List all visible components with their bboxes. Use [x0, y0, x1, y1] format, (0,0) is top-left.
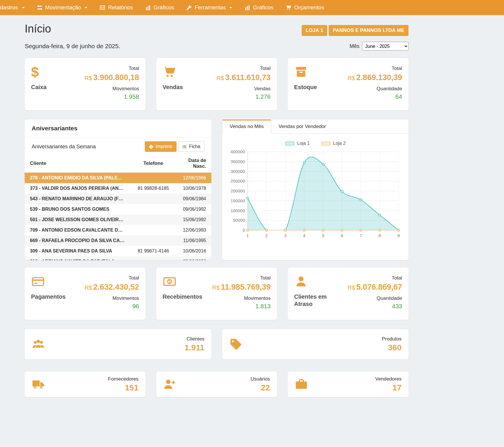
currency-symbol: R$ [217, 75, 224, 81]
main-content: Início LOJA 1 PANNOS E PANNOS LTDA ME Se… [25, 23, 408, 397]
cell-telefone [132, 256, 175, 260]
user-plus-icon [163, 378, 177, 391]
svg-text:7: 7 [360, 233, 362, 238]
stat-card-title: Vendas [163, 84, 183, 91]
card-value: 22 [251, 383, 270, 392]
svg-text:6: 6 [341, 233, 343, 238]
company-button[interactable]: PANNOS E PANNOS LTDA ME [329, 25, 408, 36]
store-button[interactable]: LOJA 1 [302, 25, 327, 36]
count-label: Movimentos [112, 295, 139, 301]
stat-card-title: Clientes em Atraso [294, 293, 335, 308]
stat-card-caixa: $ Caixa Total R$ 3.900.800,18 Movimentos… [25, 58, 145, 110]
legend-item-loja-1[interactable]: Loja 1 [285, 141, 310, 146]
tab-vendas-por-vendedor[interactable]: Vendas por Vendedor [271, 120, 333, 134]
stat-card-recebimentos: 1 Recebimentos Total R$ 11.985.769,39 Mo… [156, 268, 277, 320]
card-produtos: Produtos 360 [222, 329, 408, 359]
birthday-row[interactable]: 669 - RAFAELA PROCOPIO DA SILVA CA…11/06… [25, 235, 211, 246]
nav-item-orcamentos[interactable]: Orçamentos [280, 0, 330, 15]
svg-text:0: 0 [243, 228, 245, 232]
total-amount: R$ 2.632.430,52 [84, 283, 139, 292]
dollar-icon: $ [31, 66, 45, 78]
svg-text:100000: 100000 [231, 208, 245, 213]
print-button-label: Imprimir [156, 144, 172, 149]
cell-telefone [132, 215, 175, 225]
nav-item-graficos[interactable]: Gráficos [238, 0, 280, 15]
cell-cliente: 309 - ANA SEVERINA PAES DA SILVA [25, 246, 132, 256]
birthdays-subtitle: Aniversariantes da Semana [32, 144, 96, 150]
svg-text:50000: 50000 [233, 218, 245, 223]
total-label: Total [129, 66, 139, 71]
svg-text:9: 9 [397, 233, 400, 238]
sales-line-chart: 0500001000001500002000002500003000003500… [227, 148, 404, 245]
nav-item-relatorios[interactable]: Relatórios [93, 0, 139, 15]
cell-telefone [132, 194, 175, 204]
tag-icon [229, 338, 242, 351]
currency-symbol: R$ [84, 75, 92, 81]
nav-item-cadastros[interactable]: Cadastros [0, 0, 31, 15]
stat-card-title: Pagamentos [31, 293, 66, 300]
card-value: 17 [375, 383, 402, 392]
tab-vendas-no-mes[interactable]: Vendas no Mês [222, 120, 271, 134]
column-header-telefone: Telefone [132, 155, 175, 173]
ficha-button-label: Ficha [189, 144, 200, 149]
bottom-cards-row: Fornecedores 151 Usuários 22 Vendedores … [25, 372, 408, 397]
nav-item-label: Gráficos [154, 4, 174, 11]
wrench-icon [186, 5, 192, 10]
legend-label: Loja 1 [297, 141, 310, 146]
card-value: 360 [382, 343, 402, 352]
total-label: Total [392, 66, 402, 71]
currency-symbol: R$ [348, 75, 355, 81]
nav-item-label: Ferramentas [195, 4, 226, 11]
currency-symbol: R$ [84, 284, 92, 291]
nav-item-ferramentas[interactable]: Ferramentas [180, 0, 238, 15]
nav-item-graficos[interactable]: Gráficos [139, 0, 180, 15]
ficha-button[interactable]: Ficha [178, 141, 204, 152]
svg-text:300000: 300000 [231, 169, 245, 174]
cell-nascimento: 12/06/1993 [175, 225, 211, 235]
navbar: CadastrosMovimentaçãoRelatóriosGráficosF… [0, 0, 504, 15]
birthday-row[interactable]: 543 - RENATO MARINHO DE ARAUJO (F…09/06/… [25, 194, 211, 204]
birthday-row[interactable]: 278 - ANTONIO EMIDIO DA SILVA (PALE…12/0… [25, 173, 211, 183]
birthday-row[interactable]: 373 - VALDIR DOS ANJOS PEREIRA (AN…81 99… [25, 183, 211, 194]
chevron-down-icon [22, 7, 25, 8]
summary-cards-row: Clientes 1.911 Produtos 360 [25, 329, 408, 359]
stat-card-vendas: Vendas Total R$ 3.611.610,73 Vendas 1.27… [156, 58, 277, 110]
month-select[interactable]: June - 2025 [362, 42, 408, 51]
cell-telefone [132, 204, 175, 215]
cell-nascimento: 15/06/1992 [175, 215, 211, 225]
birthday-row[interactable]: 616 - ADRIANO XAVIER DA PAZ (PALA…09/06/… [25, 256, 211, 260]
amount-value: 11.985.769,39 [221, 283, 271, 291]
svg-text:5: 5 [322, 233, 324, 238]
cell-nascimento: 12/06/1966 [175, 173, 211, 183]
birthday-row[interactable]: 309 - ANA SEVERINA PAES DA SILVA81 99671… [25, 246, 211, 256]
birthdays-title: Aniversariantes [25, 120, 211, 137]
total-label: Total [260, 66, 271, 71]
total-label: Total [392, 275, 402, 281]
user-icon [294, 275, 308, 288]
legend-item-loja-2[interactable]: Loja 2 [321, 141, 346, 146]
credit-card-icon [31, 275, 45, 288]
count-label: Quantidade [377, 86, 402, 92]
cell-cliente: 709 - ANTONIO EDSON CAVALCANTE D… [25, 225, 132, 235]
card-value: 1.911 [184, 343, 204, 352]
cell-telefone [132, 225, 175, 235]
print-button[interactable]: Imprimir [145, 141, 177, 152]
nav-item-label: Cadastros [0, 4, 18, 11]
birthday-row[interactable]: 709 - ANTONIO EDSON CAVALCANTE D…12/06/1… [25, 225, 211, 235]
stat-card-estoque: Estoque Total R$ 2.869.130,39 Quantidade… [288, 58, 408, 110]
count-label: Movimentos [244, 295, 271, 301]
birthday-row[interactable]: 539 - BRUNO DOS SANTOS GOMES09/06/1992 [25, 204, 211, 215]
stat-card-clientes-em-atraso: Clientes em Atraso Total R$ 5.076.869,67… [288, 268, 408, 320]
nav-item-movimentacao[interactable]: Movimentação [31, 0, 94, 15]
box-icon [294, 66, 308, 78]
svg-text:3: 3 [284, 233, 287, 238]
stat-card-pagamentos: Pagamentos Total R$ 2.632.430,52 Movimen… [25, 268, 145, 320]
total-amount: R$ 3.900.800,18 [84, 73, 139, 82]
cell-telefone: 81 99671-4146 [132, 246, 175, 256]
total-amount: R$ 3.611.610,73 [217, 73, 271, 82]
card-usuarios: Usuários 22 [156, 372, 277, 397]
nav-item-label: Orçamentos [294, 4, 324, 11]
chevron-down-icon [229, 7, 232, 8]
svg-text:8: 8 [379, 233, 381, 238]
birthday-row[interactable]: 501 - JOSE WELISSON GOMES OLIVEIR…15/06/… [25, 215, 211, 225]
